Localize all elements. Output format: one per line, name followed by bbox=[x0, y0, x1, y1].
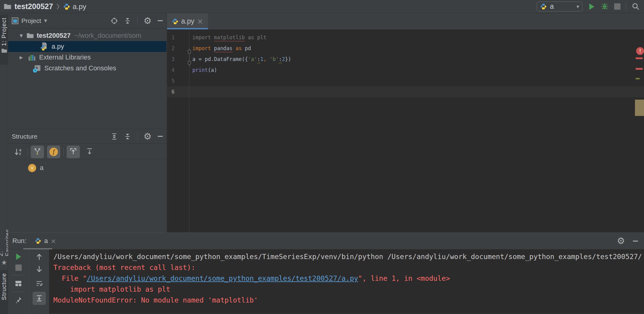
code-token: : bbox=[257, 56, 260, 62]
hide-panel-icon[interactable] bbox=[158, 20, 163, 21]
rerun-button[interactable] bbox=[15, 253, 22, 260]
code-token: print bbox=[192, 67, 208, 73]
search-everywhere-icon[interactable] bbox=[632, 2, 640, 11]
error-count-badge[interactable]: ! bbox=[636, 47, 644, 55]
collapse-all-icon[interactable] bbox=[124, 133, 131, 140]
restore-layout-button[interactable] bbox=[14, 280, 22, 287]
fold-marker-icon[interactable] bbox=[188, 50, 191, 54]
run-configuration-select[interactable]: a ▾ bbox=[537, 2, 582, 11]
locate-file-icon[interactable] bbox=[111, 17, 118, 24]
active-tab-underline bbox=[167, 28, 208, 29]
run-controls: a ▾ bbox=[537, 2, 644, 11]
code-line[interactable]: import matplotlib as plt bbox=[189, 32, 644, 43]
console-line: File "/Users/andyliu/work_document/some_… bbox=[53, 273, 644, 284]
run-tab-label: a bbox=[44, 237, 48, 245]
structure-panel-header: Structure ⚙ bbox=[8, 129, 166, 144]
error-stripe-mark[interactable] bbox=[636, 57, 643, 59]
code-line[interactable]: a = pd.DataFrame({'a':1, 'b':2}) bbox=[189, 54, 644, 65]
code-line[interactable]: import pandas as pd bbox=[189, 43, 644, 54]
scroll-to-end-button[interactable] bbox=[33, 292, 46, 305]
folder-icon bbox=[1, 48, 7, 53]
down-stack-trace-button[interactable] bbox=[35, 265, 43, 273]
expand-arrow-icon[interactable]: ▼ bbox=[20, 33, 23, 38]
structure-tool-window: Structure ⚙ az bbox=[8, 129, 167, 232]
show-inherited-button[interactable] bbox=[31, 146, 44, 158]
up-stack-trace-button[interactable] bbox=[35, 253, 43, 261]
editor-code[interactable]: import matplotlib as pltimport pandas as… bbox=[189, 30, 644, 232]
soft-wrap-button[interactable] bbox=[35, 280, 43, 287]
breadcrumb-project[interactable]: test200527 bbox=[14, 2, 53, 11]
line-number: 1 bbox=[167, 32, 189, 43]
sort-alphabetically-button[interactable]: az bbox=[11, 146, 24, 158]
python-file-icon bbox=[63, 3, 70, 10]
warning-stripe-mark[interactable] bbox=[636, 78, 640, 79]
fold-marker-icon[interactable] bbox=[188, 61, 191, 65]
project-window-icon bbox=[12, 18, 18, 24]
gear-icon[interactable]: ⚙ bbox=[144, 132, 152, 141]
scroll-to-source-button[interactable] bbox=[83, 146, 96, 158]
run-button[interactable] bbox=[588, 3, 595, 10]
scroll-from-source-button[interactable] bbox=[67, 146, 80, 158]
pycharm-window: test200527 a.py a ▾ bbox=[0, 0, 644, 314]
hide-panel-icon[interactable] bbox=[158, 136, 163, 137]
editor-tab-apy[interactable]: a.py × bbox=[167, 13, 208, 29]
left-tool-window-bar: 1: Project 2: Favorites ★ Structure bbox=[0, 13, 8, 314]
structure-member-row[interactable]: v a bbox=[8, 162, 166, 174]
console-text: File " bbox=[53, 274, 87, 282]
code-token: a = pd.DataFrame({ bbox=[192, 56, 248, 62]
hide-panel-icon[interactable] bbox=[633, 241, 638, 242]
code-line[interactable] bbox=[189, 86, 644, 97]
chevron-down-icon[interactable]: ▼ bbox=[44, 18, 47, 23]
debug-button[interactable] bbox=[601, 2, 609, 11]
scrollbar-thumb[interactable] bbox=[635, 100, 644, 116]
toolbar-separator bbox=[63, 148, 64, 156]
root-folder-path: ~/work_document/som bbox=[74, 32, 141, 40]
gear-icon[interactable]: ⚙ bbox=[617, 236, 625, 245]
code-token: import bbox=[192, 45, 214, 51]
expand-all-icon[interactable] bbox=[111, 133, 118, 140]
close-icon[interactable]: × bbox=[197, 17, 203, 26]
error-stripe-mark[interactable] bbox=[636, 68, 643, 70]
show-fields-button[interactable]: f bbox=[47, 146, 60, 158]
run-panel-header: Run: a × ⚙ bbox=[8, 232, 644, 249]
pin-tab-button[interactable] bbox=[15, 296, 22, 303]
code-line[interactable] bbox=[189, 75, 644, 86]
toolbar-separator bbox=[27, 148, 28, 156]
gear-icon[interactable]: ⚙ bbox=[144, 16, 152, 25]
scratches-label: Scratches and Consoles bbox=[44, 64, 116, 72]
tool-window-tab-project[interactable]: 1: Project bbox=[0, 14, 8, 65]
stop-button[interactable] bbox=[15, 264, 22, 271]
code-line[interactable]: print(a) bbox=[189, 65, 644, 75]
collapsed-arrow-icon[interactable]: ▶ bbox=[20, 55, 23, 60]
run-toolbar-left bbox=[8, 249, 29, 314]
tree-row-file[interactable]: a.py bbox=[8, 41, 166, 52]
chevron-down-icon: ▾ bbox=[576, 3, 579, 10]
tree-row-scratches[interactable]: Scratches and Consoles bbox=[8, 63, 166, 74]
run-tab[interactable]: a × bbox=[35, 237, 56, 245]
line-number: 6 bbox=[167, 86, 189, 97]
breadcrumb-file[interactable]: a.py bbox=[63, 2, 86, 11]
stop-button[interactable] bbox=[614, 3, 620, 10]
inheritance-icon bbox=[33, 147, 41, 156]
run-tool-window: Run: a × ⚙ bbox=[8, 232, 644, 314]
code-token: matplotlib bbox=[214, 34, 245, 40]
line-number: 2 bbox=[167, 43, 189, 54]
tree-row-external-libraries[interactable]: ▶ External Libraries bbox=[8, 52, 166, 63]
tree-row-root[interactable]: ▼ test200527 ~/work_document/som bbox=[8, 30, 166, 41]
code-token: : bbox=[279, 56, 282, 62]
structure-panel-title: Structure bbox=[12, 133, 37, 140]
scroll-from-source-icon bbox=[69, 147, 77, 156]
tool-window-tab-structure[interactable]: Structure bbox=[0, 270, 8, 314]
close-icon[interactable]: × bbox=[51, 237, 56, 245]
collapse-all-icon[interactable] bbox=[124, 17, 131, 24]
run-tab-underline bbox=[23, 248, 52, 249]
console-text: ", line 1, in <module> bbox=[358, 274, 450, 282]
tool-window-tab-favorites[interactable]: 2: Favorites ★ bbox=[0, 221, 8, 269]
run-configuration-name: a bbox=[550, 2, 573, 11]
libraries-icon bbox=[23, 54, 36, 61]
code-token: , bbox=[263, 56, 266, 62]
code-token: as plt bbox=[245, 34, 267, 40]
line-number: 4 bbox=[167, 65, 189, 75]
console-text: Traceback (most recent call last): bbox=[53, 264, 195, 271]
console-file-link[interactable]: /Users/andyliu/work_document/some_python… bbox=[87, 274, 358, 282]
